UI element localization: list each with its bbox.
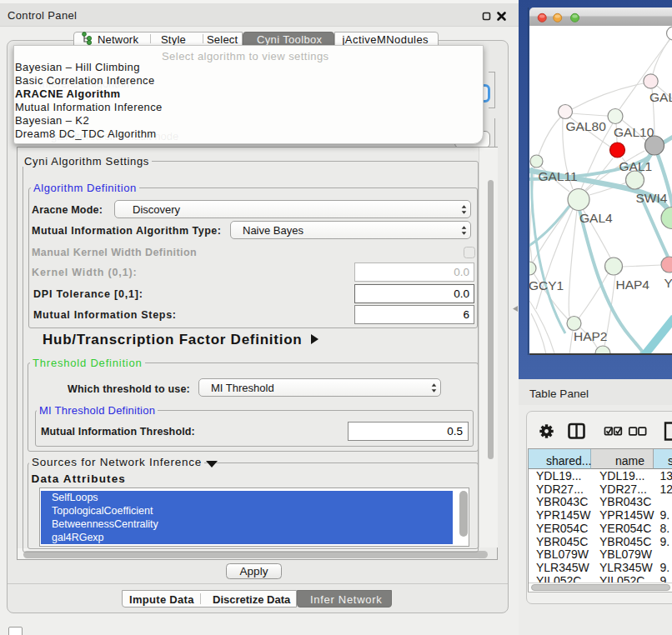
svg-text:GCY1: GCY1 [529, 278, 564, 292]
svg-text:Y: Y [664, 276, 672, 290]
svg-text:GAL4: GAL4 [579, 211, 613, 225]
svg-text:HAP2: HAP2 [574, 329, 608, 343]
svg-text:GAL10: GAL10 [614, 125, 654, 139]
svg-text:GAL11: GAL11 [539, 169, 578, 183]
svg-text:SWI4: SWI4 [636, 191, 668, 205]
svg-text:HAP4: HAP4 [616, 278, 650, 292]
svg-text:GAL1: GAL1 [619, 159, 653, 173]
svg-text:GAL: GAL [649, 90, 672, 104]
svg-text:GAL80: GAL80 [566, 119, 607, 133]
